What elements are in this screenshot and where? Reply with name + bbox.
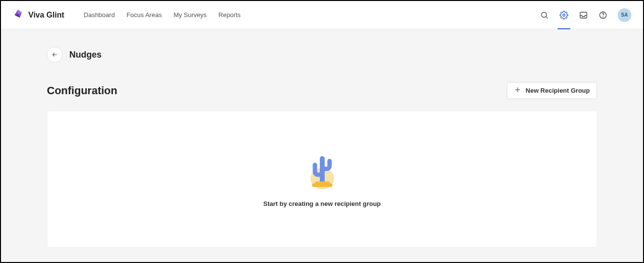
empty-state-illustration — [305, 151, 339, 190]
new-recipient-group-button[interactable]: New Recipient Group — [507, 82, 597, 99]
header-actions: SA — [540, 8, 631, 22]
main-nav: Dashboard Focus Areas My Surveys Reports — [84, 11, 241, 19]
page-header: Nudges — [47, 47, 597, 62]
nav-reports[interactable]: Reports — [218, 11, 241, 19]
plus-icon — [514, 86, 521, 95]
svg-rect-3 — [580, 12, 587, 18]
empty-state-card: Start by creating a new recipient group — [47, 111, 597, 247]
help-icon[interactable] — [598, 10, 608, 20]
nav-dashboard[interactable]: Dashboard — [84, 11, 115, 19]
settings-icon[interactable] — [559, 10, 569, 20]
brand-logo-icon — [13, 9, 23, 21]
empty-state-message: Start by creating a new recipient group — [263, 200, 381, 207]
nav-my-surveys[interactable]: My Surveys — [173, 11, 207, 19]
user-avatar[interactable]: SA — [618, 8, 631, 22]
search-icon[interactable] — [540, 10, 549, 20]
page-title: Nudges — [69, 50, 102, 60]
new-recipient-group-label: New Recipient Group — [526, 87, 590, 94]
section-header: Configuration New Recipient Group — [47, 82, 597, 99]
back-button[interactable] — [47, 47, 62, 62]
brand[interactable]: Viva Glint — [13, 9, 64, 21]
svg-point-2 — [563, 14, 565, 16]
svg-line-1 — [546, 17, 547, 18]
page-body: Nudges Configuration New Recipient Group — [1, 29, 643, 262]
brand-name: Viva Glint — [28, 11, 64, 20]
svg-rect-11 — [312, 183, 332, 187]
nav-focus-areas[interactable]: Focus Areas — [126, 11, 162, 19]
svg-point-5 — [603, 17, 603, 17]
inbox-icon[interactable] — [579, 10, 588, 20]
svg-point-0 — [541, 12, 547, 18]
app-header: Viva Glint Dashboard Focus Areas My Surv… — [1, 1, 643, 29]
section-heading: Configuration — [47, 84, 117, 97]
svg-rect-12 — [315, 182, 330, 184]
